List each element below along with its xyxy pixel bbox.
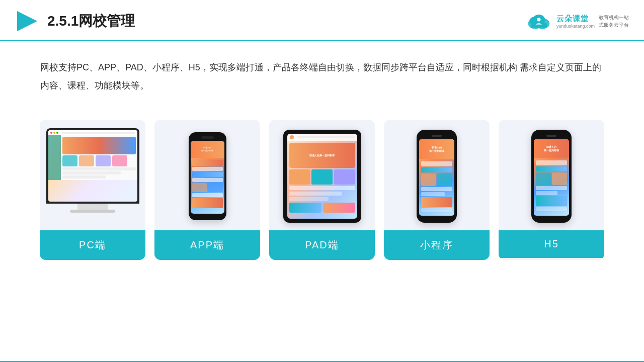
logo-url: yunduoketang.com: [556, 24, 595, 29]
card-app-label: APP端: [154, 230, 260, 260]
logo-name: 云朵课堂: [556, 14, 589, 24]
card-pad: 职通人的第一堂判断课: [269, 120, 375, 260]
card-app-image: 职通人的第一堂判断课: [154, 120, 260, 230]
cards-container: PC端 职通人的第一堂判断课: [0, 105, 644, 260]
logo-area: 云朵课堂 yunduoketang.com 教育机构一站式服务云平台: [525, 11, 629, 31]
card-h5-image: 职通人的第一堂判断课: [499, 120, 604, 230]
phone-mockup-miniprogram: 职通人的第一堂判断课: [417, 130, 457, 223]
logo-text-block: 云朵课堂 yunduoketang.com: [556, 14, 595, 29]
card-pc-image: [40, 120, 145, 230]
card-miniprogram: 职通人的第一堂判断课: [384, 120, 490, 260]
page-title: 2.5.1网校管理: [47, 12, 135, 31]
card-pad-image: 职通人的第一堂判断课: [269, 120, 375, 230]
tablet-mockup: 职通人的第一堂判断课: [283, 130, 361, 223]
card-miniprogram-label: 小程序: [384, 230, 490, 260]
description: 网校支持PC、APP、PAD、小程序、H5，实现多端打通，产品各终端自由切换，数…: [0, 41, 644, 100]
phone-mockup-app: 职通人的第一堂判断课: [189, 132, 226, 220]
card-app: 职通人的第一堂判断课: [154, 120, 260, 260]
card-miniprogram-image: 职通人的第一堂判断课: [384, 120, 490, 230]
card-h5: 职通人的第一堂判断课: [499, 120, 604, 260]
phone-mockup-h5: 职通人的第一堂判断课: [531, 130, 572, 223]
pc-mockup: [46, 128, 139, 224]
logo-slogan: 教育机构一站式服务云平台: [599, 14, 629, 29]
svg-marker-0: [17, 11, 37, 31]
svg-point-6: [537, 18, 540, 21]
card-h5-label: H5: [499, 230, 604, 258]
card-pc-label: PC端: [40, 230, 145, 260]
card-pc: PC端: [40, 120, 145, 260]
play-icon: [15, 9, 39, 33]
description-text: 网校支持PC、APP、PAD、小程序、H5，实现多端打通，产品各终端自由切换，数…: [40, 62, 601, 90]
header-left: 2.5.1网校管理: [15, 9, 135, 33]
card-pad-label: PAD端: [269, 230, 375, 260]
header: 2.5.1网校管理 云朵课堂 yunduoketang.com 教育机构一站式服…: [0, 0, 644, 41]
cloud-logo-icon: [525, 11, 552, 31]
